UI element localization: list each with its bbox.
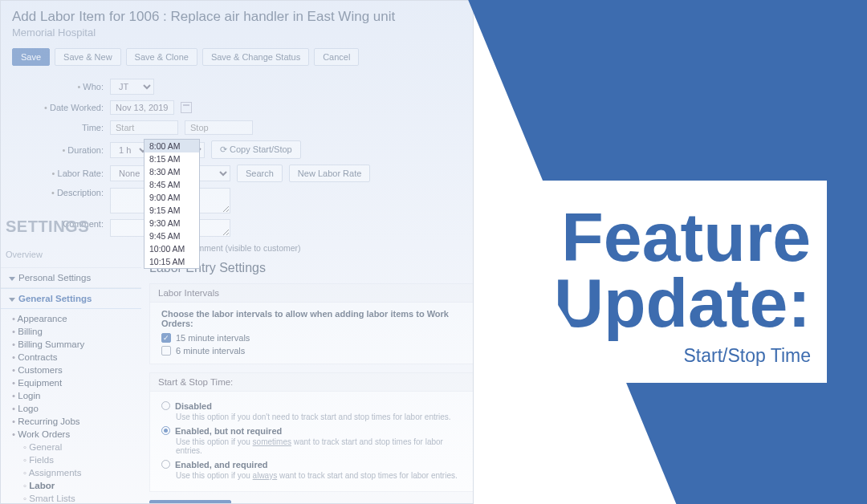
sidebar-item-login[interactable]: Login	[12, 389, 141, 402]
description-label: Description:	[41, 188, 104, 197]
sidebar-sub-labor[interactable]: Labor	[12, 479, 141, 492]
feature-kicker-2: Update:	[498, 270, 811, 336]
sidebar-sub-fields[interactable]: Fields	[12, 453, 141, 466]
labor-rate-label: Labor Rate:	[41, 169, 104, 178]
date-worked-input[interactable]	[110, 100, 174, 115]
save-status-button[interactable]: Save & Change Status	[202, 48, 309, 66]
time-option[interactable]: 8:45 AM	[144, 178, 199, 191]
time-option[interactable]: 8:00 AM	[144, 140, 199, 152]
sidebar-sub-general[interactable]: General	[12, 441, 141, 453]
duration-label: Duration:	[41, 145, 104, 155]
sidebar-item-equipment[interactable]: Equipment	[12, 376, 141, 389]
time-option[interactable]: 8:15 AM	[144, 152, 199, 165]
enabled-required-desc: Use this option if you always want to tr…	[176, 471, 462, 480]
sidebar-item-logo[interactable]: Logo	[12, 402, 141, 415]
toolbar: Save Save & New Save & Clone Save & Chan…	[1, 40, 473, 74]
time-option[interactable]: 9:00 AM	[144, 191, 199, 204]
time-option[interactable]: 9:45 AM	[144, 230, 199, 242]
interval-15-checkbox[interactable]: ✓	[161, 333, 171, 343]
time-option[interactable]: 9:15 AM	[144, 204, 199, 217]
overview-link[interactable]: Overview	[6, 250, 43, 259]
feature-update-card: Feature Update: Start/Stop Time	[482, 181, 827, 383]
cancel-button[interactable]: Cancel	[314, 48, 359, 66]
labor-intervals-lead: Choose the labor intervals to allow when…	[161, 309, 462, 328]
feature-subtitle: Start/Stop Time	[498, 345, 811, 367]
search-rate-button[interactable]: Search	[237, 165, 283, 182]
time-stop-input[interactable]	[185, 120, 253, 135]
sidebar-item-recurring-jobs[interactable]: Recurring Jobs	[12, 415, 141, 428]
sidebar-personal-settings[interactable]: Personal Settings	[1, 267, 141, 288]
sidebar-sub-assignments[interactable]: Assignments	[12, 466, 141, 479]
save-clone-button[interactable]: Save & Clone	[126, 48, 197, 66]
sidebar-item-appearance[interactable]: Appearance	[12, 312, 141, 325]
app-screenshot-panel: Add Labor Item for 1006 : Replace air ha…	[0, 0, 474, 504]
time-option[interactable]: 10:15 AM	[144, 255, 199, 268]
who-label: Who:	[41, 82, 104, 91]
copy-start-stop-button[interactable]: ⟳ Copy Start/Stop	[211, 140, 301, 159]
interval-6-label: 6 minute intervals	[176, 346, 245, 356]
sidebar-item-customers[interactable]: Customers	[12, 364, 141, 376]
feature-kicker-1: Feature	[498, 205, 811, 270]
sidebar-item-billing-summary[interactable]: Billing Summary	[12, 338, 141, 351]
labor-entry-settings: Public comment (visible to customer) Lab…	[149, 243, 474, 504]
save-button[interactable]: Save	[12, 48, 50, 66]
who-select[interactable]: JT	[110, 79, 154, 95]
start-stop-section: Start & Stop Time: Disabled Use this opt…	[149, 372, 474, 492]
enabled-not-required-label: Enabled, but not required	[175, 426, 282, 436]
interval-15-label: 15 minute intervals	[176, 333, 250, 343]
sidebar-sub-smart-lists[interactable]: Smart Lists	[12, 492, 141, 504]
enabled-required-radio[interactable]	[161, 460, 170, 469]
enabled-not-required-radio[interactable]	[161, 426, 170, 435]
time-label: Time:	[41, 123, 104, 132]
enabled-not-required-desc: Use this option if you sometimes want to…	[176, 437, 462, 455]
sidebar-general-settings[interactable]: General Settings	[1, 288, 141, 309]
start-stop-header: Start & Stop Time:	[150, 373, 474, 392]
chevron-down-icon	[9, 298, 15, 302]
save-new-button[interactable]: Save & New	[55, 48, 121, 66]
new-rate-button[interactable]: New Labor Rate	[289, 165, 371, 182]
labor-intervals-section: Labor Intervals Choose the labor interva…	[149, 283, 474, 364]
sidebar-item-work-orders[interactable]: Work Orders	[12, 428, 141, 441]
sidebar-item-contracts[interactable]: Contracts	[12, 351, 141, 364]
sidebar-item-billing[interactable]: Billing	[12, 325, 141, 338]
save-changes-button[interactable]: Save Changes	[149, 500, 231, 504]
time-option[interactable]: 8:30 AM	[144, 165, 199, 178]
disabled-desc: Use this option if you don't need to tra…	[176, 413, 462, 421]
settings-heading: SETTINGS	[6, 217, 89, 236]
calendar-icon[interactable]	[181, 102, 192, 113]
enabled-required-label: Enabled, and required	[175, 460, 268, 469]
time-dropdown[interactable]: 8:00 AM 8:15 AM 8:30 AM 8:45 AM 9:00 AM …	[144, 139, 200, 269]
page-subtitle: Memorial Hospital	[12, 26, 462, 39]
date-worked-label: Date Worked:	[41, 103, 104, 112]
time-option[interactable]: 10:00 AM	[144, 242, 199, 255]
chevron-down-icon	[9, 277, 15, 281]
disabled-radio[interactable]	[161, 401, 170, 410]
settings-sidebar: Personal Settings General Settings Appea…	[1, 267, 141, 504]
time-option[interactable]: 9:30 AM	[144, 217, 199, 230]
labor-intervals-header: Labor Intervals	[150, 284, 474, 303]
interval-6-checkbox[interactable]	[161, 346, 171, 356]
page-title: Add Labor Item for 1006 : Replace air ha…	[12, 9, 462, 25]
disabled-label: Disabled	[175, 401, 212, 411]
time-start-input[interactable]	[110, 120, 178, 135]
